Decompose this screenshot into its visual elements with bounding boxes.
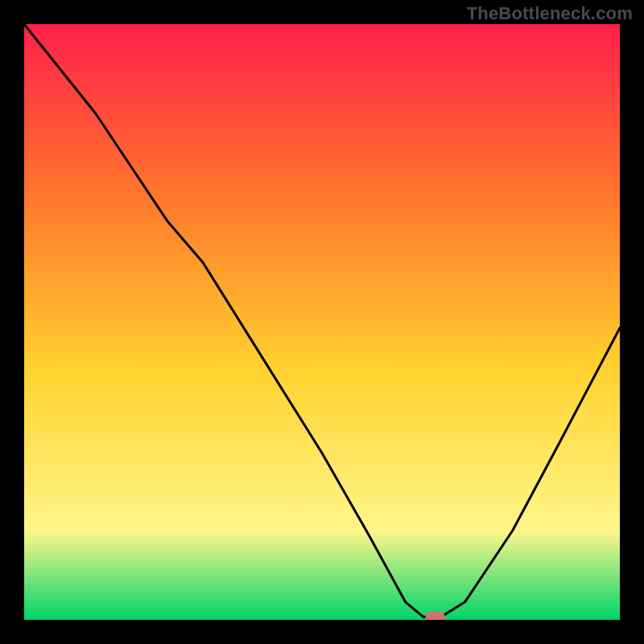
watermark-text: TheBottleneck.com — [467, 3, 633, 24]
optimal-marker — [426, 612, 445, 620]
plot-area — [24, 24, 620, 620]
figure-container: TheBottleneck.com — [0, 0, 644, 644]
chart-svg — [24, 24, 620, 620]
gradient-background — [24, 24, 620, 620]
